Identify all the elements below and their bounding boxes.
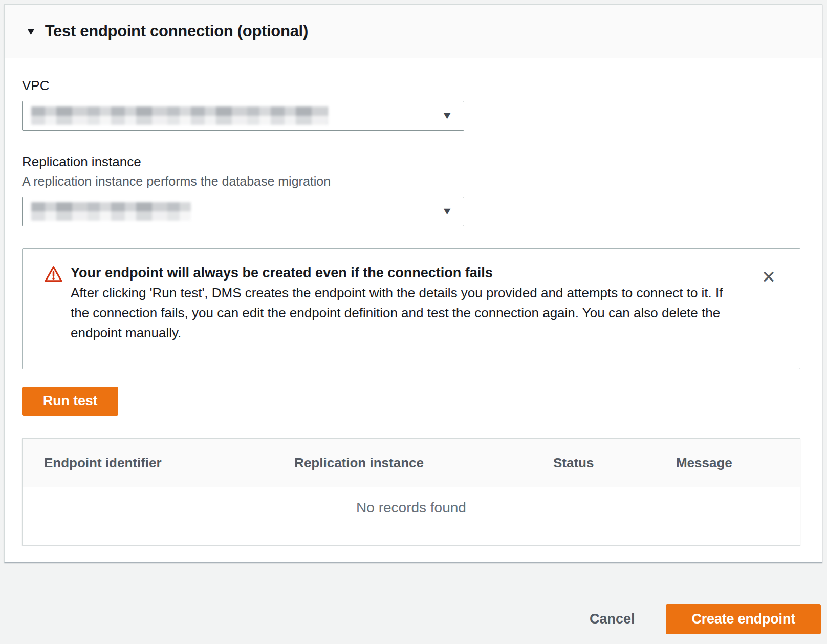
- vpc-label: VPC: [22, 78, 800, 93]
- table-empty-state: No records found: [23, 487, 800, 545]
- replication-instance-label: Replication instance: [22, 154, 800, 169]
- section-header-expander[interactable]: ▼ Test endpoint connection (optional): [5, 5, 822, 58]
- vpc-field: VPC ▼: [22, 78, 800, 131]
- alert-triangle-icon: [44, 265, 63, 284]
- column-header-message: Message: [655, 455, 800, 471]
- column-header-replication-instance: Replication instance: [273, 455, 532, 471]
- column-header-status: Status: [532, 455, 655, 471]
- replication-instance-dropdown-caret-icon: ▼: [441, 206, 453, 217]
- section-title: Test endpoint connection (optional): [45, 22, 308, 40]
- table-header-row: Endpoint identifier Replication instance…: [23, 439, 800, 487]
- cancel-button[interactable]: Cancel: [590, 611, 635, 627]
- vpc-dropdown-caret-icon: ▼: [441, 111, 453, 121]
- vpc-select-value-redacted: [31, 106, 328, 125]
- test-endpoint-connection-section: ▼ Test endpoint connection (optional) VP…: [4, 4, 822, 563]
- replication-instance-description: A replication instance performs the data…: [22, 174, 800, 189]
- warning-body: After clicking 'Run test', DMS creates t…: [71, 283, 732, 343]
- replication-instance-select-value-redacted: [31, 202, 191, 221]
- section-collapse-caret-icon[interactable]: ▼: [25, 26, 37, 37]
- vpc-select[interactable]: ▼: [22, 101, 464, 131]
- create-endpoint-button[interactable]: Create endpoint: [666, 604, 821, 634]
- close-icon[interactable]: ✕: [760, 268, 777, 286]
- run-test-button[interactable]: Run test: [22, 387, 118, 416]
- warning-title: Your endpoint will always be created eve…: [71, 263, 732, 283]
- form-footer-actions: Cancel Create endpoint: [590, 604, 821, 634]
- section-body: VPC ▼ Replication instance A replication…: [5, 58, 822, 545]
- test-results-table: Endpoint identifier Replication instance…: [22, 438, 800, 545]
- replication-instance-select[interactable]: ▼: [22, 197, 464, 226]
- warning-flashbar: Your endpoint will always be created eve…: [22, 248, 800, 369]
- column-header-endpoint-identifier: Endpoint identifier: [23, 455, 273, 471]
- warning-content: Your endpoint will always be created eve…: [71, 263, 732, 343]
- replication-instance-field: Replication instance A replication insta…: [22, 154, 800, 226]
